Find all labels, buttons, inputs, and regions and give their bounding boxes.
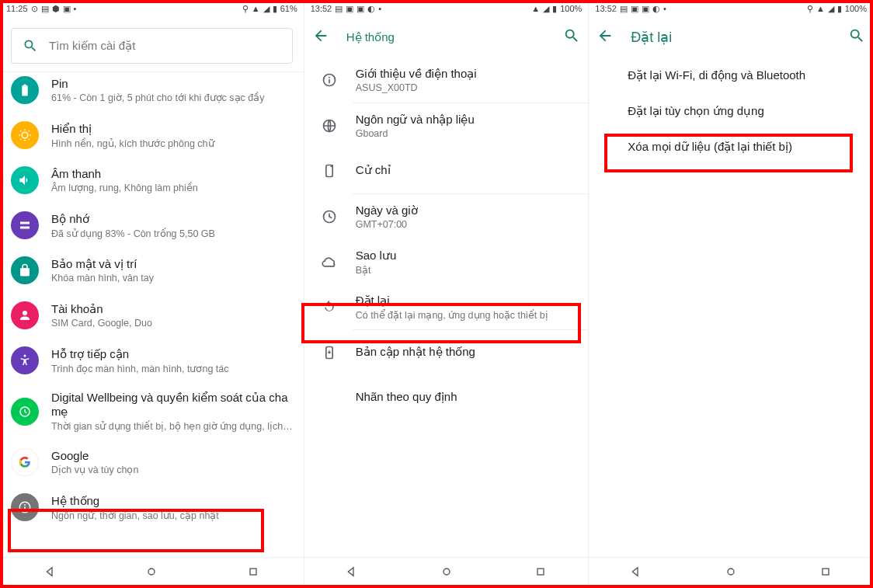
- back-button[interactable]: [630, 565, 642, 581]
- item-title: Ngày và giờ: [356, 204, 578, 217]
- wifi-icon: ▲: [816, 4, 825, 13]
- wifi-icon: ▲: [531, 4, 540, 13]
- svg-rect-4: [24, 506, 26, 510]
- info-icon: [18, 500, 32, 514]
- svg-rect-11: [326, 165, 332, 177]
- svg-rect-15: [537, 569, 544, 575]
- settings-list: Pin61% - Còn 1 giờ, 5 phút cho tới khi đ…: [0, 72, 304, 557]
- storage-icon: [18, 218, 32, 232]
- item-title: Hỗ trợ tiếp cận: [51, 347, 293, 361]
- gesture-icon: [322, 163, 337, 179]
- battery-icon: ▮: [837, 4, 842, 14]
- brightness-icon: [18, 128, 32, 142]
- item-title: Bộ nhớ: [51, 212, 293, 226]
- reset-item-factory[interactable]: Xóa mọi dữ liệu (đặt lại thiết bị): [589, 129, 873, 165]
- item-title: Ngôn ngữ và nhập liệu: [356, 113, 578, 127]
- account-icon: [18, 308, 32, 322]
- item-sub: Dịch vụ và tùy chọn: [51, 464, 293, 475]
- settings-item-pin[interactable]: Pin61% - Còn 1 giờ, 5 phút cho tới khi đ…: [0, 72, 304, 113]
- svg-rect-9: [329, 79, 330, 83]
- item-title: Hiển thị: [51, 122, 293, 136]
- item-sub: Đã sử dụng 83% - Còn trống 5,50 GB: [51, 228, 293, 239]
- signal-icon: ◢: [263, 4, 270, 14]
- system-item-regulatory[interactable]: Nhãn theo quy định: [304, 375, 589, 420]
- settings-item-security[interactable]: Bảo mật và vị tríKhóa màn hình, vân tay: [0, 248, 304, 293]
- settings-item-accounts[interactable]: Tài khoảnSIM Card, Google, Duo: [0, 293, 304, 338]
- status-time: 13:52: [595, 4, 617, 13]
- wifi-icon: ▲: [252, 4, 260, 13]
- wellbeing-icon: [18, 405, 32, 419]
- status-bar: 13:52 ▤ ▣ ▣ ◐ • ▲ ◢ ▮ 100%: [304, 0, 589, 17]
- cloud-icon: [322, 254, 337, 270]
- recent-button[interactable]: [247, 565, 259, 581]
- settings-item-storage[interactable]: Bộ nhớĐã sử dụng 83% - Còn trống 5,50 GB: [0, 203, 304, 248]
- home-button[interactable]: [725, 565, 737, 581]
- item-sub: Bật: [356, 264, 578, 276]
- item-sub: Ngôn ngữ, thời gian, sao lưu, cập nhật: [51, 510, 293, 521]
- system-item-datetime[interactable]: Ngày và giờGMT+07:00: [304, 194, 589, 239]
- back-button[interactable]: [346, 565, 358, 581]
- more-icon: •: [663, 4, 666, 13]
- facebook-icon: ⬢: [52, 4, 60, 14]
- svg-rect-17: [823, 569, 829, 575]
- item-sub: GMT+07:00: [356, 219, 578, 230]
- system-item-gestures[interactable]: Cử chỉ: [304, 148, 589, 193]
- status-time: 13:52: [311, 4, 332, 13]
- settings-item-accessibility[interactable]: Hỗ trợ tiếp cậnTrình đọc màn hình, màn h…: [0, 338, 304, 383]
- svg-point-14: [443, 569, 450, 575]
- more-icon: •: [378, 4, 381, 13]
- item-title: Google: [51, 449, 293, 462]
- appbar-title: Đặt lại: [631, 29, 831, 46]
- status-time: 11:25: [6, 4, 28, 13]
- item-title: Âm thanh: [51, 167, 293, 180]
- back-button[interactable]: [44, 565, 57, 581]
- system-item-backup[interactable]: Sao lưuBật: [304, 239, 589, 284]
- restore-icon: [322, 299, 337, 315]
- search-button[interactable]: [848, 27, 865, 47]
- item-title: Tài khoản: [51, 302, 293, 316]
- system-item-reset[interactable]: Đặt lạiCó thể đặt lại mạng, ứng dụng hoặ…: [304, 284, 589, 329]
- home-button[interactable]: [440, 565, 453, 581]
- svg-point-16: [728, 569, 734, 575]
- item-title: Sao lưu: [356, 249, 578, 263]
- reset-item-apps[interactable]: Đặt lại tùy chọn ứng dụng: [589, 93, 873, 129]
- settings-item-display[interactable]: Hiển thịHình nền, ngủ, kích thước phông …: [0, 113, 304, 158]
- globe-icon: [322, 118, 337, 134]
- item-sub: Âm lượng, rung, Không làm phiền: [51, 182, 293, 193]
- reset-screen: 13:52 ▤ ▣ ▣ ◐ • ⚲ ▲ ◢ ▮ 100% Đặt lại Đặt…: [588, 0, 873, 588]
- back-button[interactable]: [596, 27, 614, 47]
- item-title: Pin: [51, 77, 293, 90]
- item-sub: Gboard: [356, 128, 578, 139]
- info-icon: [322, 72, 337, 88]
- svg-point-3: [24, 504, 26, 506]
- battery-text: 61%: [280, 4, 297, 13]
- settings-item-sound[interactable]: Âm thanhÂm lượng, rung, Không làm phiền: [0, 158, 304, 203]
- recent-button[interactable]: [534, 565, 547, 581]
- sms-icon: ▤: [41, 4, 49, 14]
- search-settings[interactable]: Tìm kiếm cài đặt: [11, 28, 293, 64]
- item-title: Cử chỉ: [356, 163, 578, 177]
- battery-icon: [18, 83, 32, 97]
- recent-button[interactable]: [819, 565, 832, 581]
- item-title: Nhãn theo quy định: [356, 390, 578, 404]
- settings-item-google[interactable]: GoogleDịch vụ và tùy chọn: [0, 440, 304, 485]
- system-item-update[interactable]: Bản cập nhật hệ thống: [304, 330, 589, 375]
- nav-bar: [589, 557, 873, 588]
- search-button[interactable]: [563, 27, 580, 47]
- system-item-about[interactable]: Giới thiệu về điện thoạiASUS_X00TD: [304, 57, 589, 103]
- back-button[interactable]: [312, 27, 329, 47]
- settings-item-system[interactable]: Hệ thốngNgôn ngữ, thời gian, sao lưu, cậ…: [0, 485, 304, 530]
- item-sub: SIM Card, Google, Duo: [51, 318, 293, 329]
- reset-item-network[interactable]: Đặt lại Wi-Fi, di động và Bluetooth: [589, 57, 873, 93]
- more-icon: •: [74, 4, 77, 13]
- item-title: Đặt lại: [356, 294, 578, 308]
- system-item-language[interactable]: Ngôn ngữ và nhập liệuGboard: [304, 103, 589, 148]
- item-title: Bản cập nhật hệ thống: [356, 345, 578, 359]
- app-bar: Hệ thống: [304, 17, 589, 57]
- settings-item-wellbeing[interactable]: Digital Wellbeing và quyền kiểm soát của…: [0, 383, 304, 440]
- app-icon: ▣: [357, 4, 364, 14]
- home-button[interactable]: [145, 565, 158, 581]
- lock-icon: [18, 263, 32, 277]
- clock-icon: [322, 209, 337, 224]
- item-sub: Thời gian sử dụng thiết bị, bộ hẹn giờ ứ…: [51, 420, 293, 432]
